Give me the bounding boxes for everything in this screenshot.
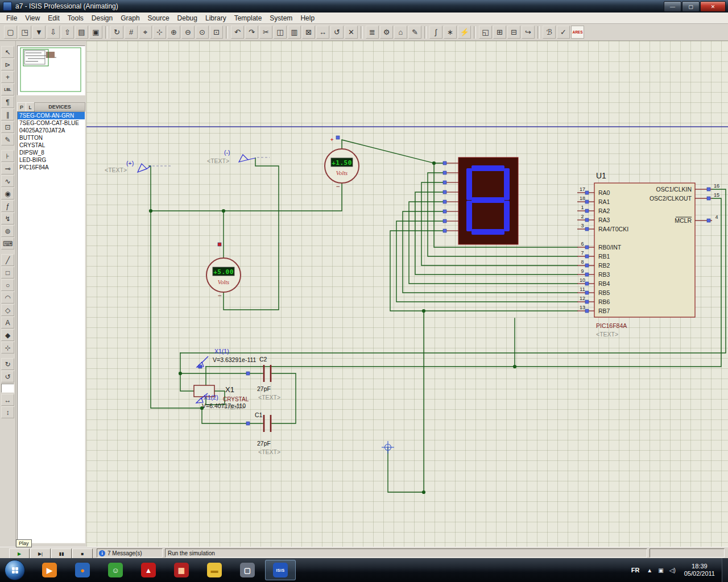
pick-devices-button[interactable]: P <box>17 102 26 112</box>
device-item[interactable]: BUTTON <box>18 134 85 142</box>
zoom-all-button[interactable]: ⊙ <box>196 26 209 39</box>
taskbar-windows-media-player[interactable]: ▶ <box>34 560 65 580</box>
wire[interactable] <box>180 373 194 391</box>
2d-line-mode-button[interactable]: ╱ <box>1 254 14 266</box>
inter-sheet-terminal-mode-button[interactable]: ⊦ <box>1 150 14 162</box>
2d-marker-mode-button[interactable]: ⊹ <box>1 342 14 354</box>
maximize-button[interactable]: ▢ <box>682 1 700 12</box>
show-desktop-button[interactable] <box>722 558 728 582</box>
zoom-to-area-button[interactable]: ⊡ <box>210 26 223 39</box>
device-item[interactable]: PIC16F84A <box>18 164 85 171</box>
tray-expand-icon[interactable]: ▲ <box>647 567 652 573</box>
pic16f84a-chip[interactable]: 17RA018RA11RA22RA33RA4/T0CKI6RB0/INT7RB1… <box>577 183 719 317</box>
schematic-canvas[interactable]: +1.50Volts−+5.00Volts−+(+)<TEXT>(-)<TEXT… <box>86 41 728 547</box>
cut-button[interactable]: ✂ <box>259 26 272 39</box>
device-list[interactable]: 7SEG-COM-AN-GRN7SEG-COM-CAT-BLUE04025A27… <box>17 111 85 543</box>
y-mirror-button[interactable]: ↕ <box>1 406 14 418</box>
toggle-grid-button[interactable]: # <box>125 26 138 39</box>
instant-edit-mode-button[interactable]: ✎ <box>1 134 14 146</box>
paste-button[interactable]: ▥ <box>288 26 301 39</box>
menu-tools[interactable]: Tools <box>64 13 88 23</box>
taskbar-isis[interactable]: ISIS <box>265 560 296 580</box>
message-box[interactable]: i 7 Message(s) <box>97 548 163 558</box>
make-device-button[interactable]: ⚙ <box>380 26 393 39</box>
wire[interactable] <box>151 183 342 211</box>
wire[interactable] <box>202 408 263 423</box>
block-delete-button[interactable]: ✕ <box>345 26 358 39</box>
power-terminals[interactable] <box>138 155 270 172</box>
stop-button[interactable]: ■ <box>72 548 93 559</box>
menu-graph[interactable]: Graph <box>117 13 143 23</box>
2d-circle-mode-button[interactable]: ○ <box>1 279 14 291</box>
close-button[interactable]: ✕ <box>700 1 726 12</box>
toggle-false-origin-button[interactable]: ⌖ <box>139 26 152 39</box>
menu-debug[interactable]: Debug <box>173 13 201 23</box>
subcircuit-mode-button[interactable]: ⊡ <box>1 121 14 133</box>
goto-sheet-button[interactable]: ↪ <box>522 26 535 39</box>
bill-of-materials-button[interactable]: ℬ <box>543 26 556 39</box>
selection-mode-button[interactable]: ↖ <box>1 46 14 58</box>
tray-volume-icon[interactable]: ◁) <box>669 567 676 573</box>
pause-button[interactable]: ▮▮ <box>51 548 72 559</box>
menu-view[interactable]: View <box>21 13 44 23</box>
menu-template[interactable]: Template <box>230 13 266 23</box>
redraw-button[interactable]: ↻ <box>110 26 123 39</box>
2d-arc-mode-button[interactable]: ◠ <box>1 292 14 304</box>
capacitor[interactable] <box>264 365 271 382</box>
generator-mode-button[interactable]: ƒ <box>1 200 14 212</box>
taskbar-multisim[interactable]: ▦ <box>166 560 197 580</box>
minimize-button[interactable]: — <box>664 1 681 12</box>
menu-edit[interactable]: Edit <box>44 13 64 23</box>
packaging-tool-button[interactable]: ⌂ <box>394 26 407 39</box>
capacitor[interactable] <box>264 415 271 432</box>
taskbar-clock[interactable]: 18:39 05/02/2011 <box>684 563 715 577</box>
menu-design[interactable]: Design <box>88 13 117 23</box>
block-move-button[interactable]: ↔ <box>316 26 329 39</box>
junction-dot-mode-button[interactable]: + <box>1 71 14 83</box>
taskbar-screen-capture[interactable]: ▢ <box>232 560 263 580</box>
wire[interactable] <box>149 166 202 408</box>
electrical-rule-check-button[interactable]: ✓ <box>557 26 570 39</box>
new-sheet-button[interactable]: ⊞ <box>493 26 506 39</box>
taskbar-explorer-folder[interactable]: ▬ <box>199 560 230 580</box>
undo-button[interactable]: ↶ <box>231 26 244 39</box>
tray-display-icon[interactable]: ▣ <box>658 567 663 573</box>
block-copy-button[interactable]: ⊠ <box>302 26 315 39</box>
language-indicator[interactable]: FR <box>631 567 640 573</box>
2d-symbol-mode-button[interactable]: ◆ <box>1 329 14 341</box>
menu-library[interactable]: Library <box>201 13 230 23</box>
component-mode-button[interactable]: ⊳ <box>1 59 14 70</box>
menu-source[interactable]: Source <box>144 13 173 23</box>
menu-system[interactable]: System <box>266 13 296 23</box>
property-assignment-button[interactable]: ⚡ <box>458 26 471 39</box>
decompose-button[interactable]: ✎ <box>408 26 421 39</box>
rotation-angle-box[interactable] <box>1 384 14 393</box>
buses-mode-button[interactable]: ∥ <box>1 109 14 120</box>
copy-button[interactable]: ◫ <box>274 26 287 39</box>
taskbar-firefox[interactable]: ● <box>67 560 98 580</box>
library-manager-button[interactable]: L <box>26 102 35 112</box>
export-section-button[interactable]: ⇧ <box>61 26 74 39</box>
seven-segment-display[interactable] <box>443 157 518 244</box>
tape-recorder-mode-button[interactable]: ◉ <box>1 188 14 199</box>
import-section-button[interactable]: ⇩ <box>47 26 60 39</box>
mark-output-area-button[interactable]: ▣ <box>89 26 102 39</box>
rotate-clockwise-button[interactable]: ↻ <box>1 358 14 370</box>
pick-device-button[interactable]: ≣ <box>366 26 379 39</box>
x-mirror-button[interactable]: ↔ <box>1 394 14 406</box>
zoom-out-button[interactable]: ⊖ <box>181 26 195 39</box>
taskbar-adobe-reader[interactable]: ▲ <box>133 560 164 580</box>
virtual-instruments-mode-button[interactable]: ⌨ <box>1 238 14 250</box>
save-design-button[interactable]: ▼ <box>32 26 46 39</box>
start-button[interactable] <box>5 560 25 580</box>
terminal-plus-arrow-icon[interactable] <box>138 164 147 172</box>
device-item[interactable]: CRYSTAL <box>18 142 85 149</box>
play-button[interactable]: ▶ <box>9 548 30 559</box>
new-design-button[interactable]: ▢ <box>4 26 17 39</box>
2d-text-mode-button[interactable]: A <box>1 317 14 329</box>
device-pins-mode-button[interactable]: ⊸ <box>1 163 14 174</box>
voltage-probe-mode-button[interactable]: ↯ <box>1 213 14 225</box>
wire-autorouter-button[interactable]: ∫ <box>429 26 442 39</box>
block-rotate-button[interactable]: ↺ <box>330 26 344 39</box>
device-item[interactable]: LED-BIRG <box>18 156 85 164</box>
